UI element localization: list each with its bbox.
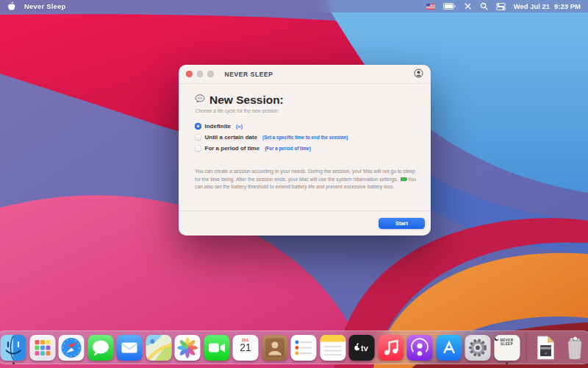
- dock-system-preferences-icon[interactable]: [465, 332, 492, 363]
- menu-bar: Never Sleep: [0, 0, 588, 13]
- desktop: Never Sleep: [0, 0, 588, 368]
- radio-label: Indefinite: [205, 123, 232, 130]
- moon-icon: [494, 335, 500, 341]
- radio-option-period[interactable]: For a period of time (For a period of ti…: [195, 145, 422, 152]
- slash-status-icon[interactable]: [464, 2, 472, 10]
- dock-safari-icon[interactable]: [58, 332, 85, 363]
- start-button[interactable]: Start: [379, 218, 425, 229]
- dock-reminders-icon[interactable]: [290, 332, 318, 363]
- radio-label: Until a certain date: [205, 134, 258, 141]
- session-description: You can create a session according to yo…: [195, 168, 422, 191]
- page-subtitle: Choose a life cycle for the new session: [196, 108, 422, 113]
- radio-hint: (For a period of time): [265, 146, 311, 151]
- speech-bubble-icon: [195, 93, 206, 107]
- radio-hint: (∞): [236, 124, 243, 129]
- dock-messages-icon[interactable]: [87, 332, 114, 363]
- account-icon[interactable]: [414, 68, 423, 81]
- running-indicator: [506, 362, 508, 364]
- us-flag-icon[interactable]: [426, 4, 435, 10]
- radio-label: For a period of time: [205, 145, 260, 152]
- radio-button[interactable]: [195, 145, 201, 152]
- menubar-time: 9:23 PM: [554, 2, 581, 10]
- description-text-1: You can create a session according to yo…: [195, 169, 415, 182]
- dock-facetime-icon[interactable]: [203, 332, 230, 363]
- spotlight-search-icon[interactable]: [480, 2, 488, 10]
- menubar-date: Wed Jul 21: [514, 2, 550, 10]
- active-app-menu[interactable]: Never Sleep: [24, 2, 66, 10]
- dock-disk-image-file-icon[interactable]: [532, 332, 559, 363]
- control-center-icon[interactable]: [496, 3, 506, 10]
- zoom-button[interactable]: [207, 71, 214, 77]
- window-titlebar[interactable]: NEVER SLEEP: [179, 65, 431, 84]
- dock-mail-icon[interactable]: [116, 332, 143, 363]
- dock-calendar-icon[interactable]: JUL 21: [232, 332, 259, 363]
- dock-apple-tv-icon[interactable]: tv: [348, 332, 376, 363]
- dock-app-store-icon[interactable]: [435, 332, 462, 363]
- dock-notes-icon[interactable]: [319, 332, 346, 363]
- radio-hint: (Set a specific time to end the session): [262, 135, 348, 140]
- radio-button-selected[interactable]: [195, 123, 201, 130]
- dock: JUL 21: [0, 330, 588, 364]
- running-indicator: [12, 362, 15, 364]
- radio-option-until-date[interactable]: Until a certain date (Set a specific tim…: [195, 134, 422, 141]
- close-button[interactable]: [186, 71, 193, 77]
- dock-maps-icon[interactable]: [145, 332, 172, 363]
- dock-contacts-icon[interactable]: [261, 332, 288, 363]
- svg-text:tv: tv: [361, 343, 369, 352]
- session-type-radio-group: Indefinite (∞) Until a certain date (Set…: [195, 123, 422, 152]
- dock-launchpad-icon[interactable]: [29, 332, 56, 363]
- dock-podcasts-icon[interactable]: [406, 332, 434, 363]
- radio-button[interactable]: [195, 134, 201, 141]
- dock-separator: [526, 334, 527, 361]
- dock-never-sleep-icon[interactable]: NEVER SLEEP: [493, 332, 520, 363]
- never-sleep-window: NEVER SLEEP New Session:: [179, 65, 431, 236]
- window-title: NEVER SLEEP: [225, 71, 273, 78]
- minimize-button[interactable]: [197, 71, 204, 77]
- apple-menu-icon[interactable]: [7, 1, 15, 11]
- menubar-clock[interactable]: Wed Jul 21 9:23 PM: [514, 2, 581, 10]
- dock-finder-icon[interactable]: [0, 332, 27, 363]
- dock-photos-icon[interactable]: [174, 332, 201, 363]
- dock-music-icon[interactable]: [377, 332, 404, 363]
- never-sleep-label-line2: SLEEP: [494, 342, 520, 347]
- page-title: New Session:: [209, 93, 284, 107]
- dock-trash-icon[interactable]: [562, 332, 588, 363]
- radio-option-indefinite[interactable]: Indefinite (∞): [195, 123, 422, 130]
- battery-emoji-icon: [401, 177, 406, 181]
- window-footer: Start: [179, 210, 431, 236]
- battery-icon[interactable]: [443, 3, 456, 10]
- calendar-day: 21: [240, 342, 251, 353]
